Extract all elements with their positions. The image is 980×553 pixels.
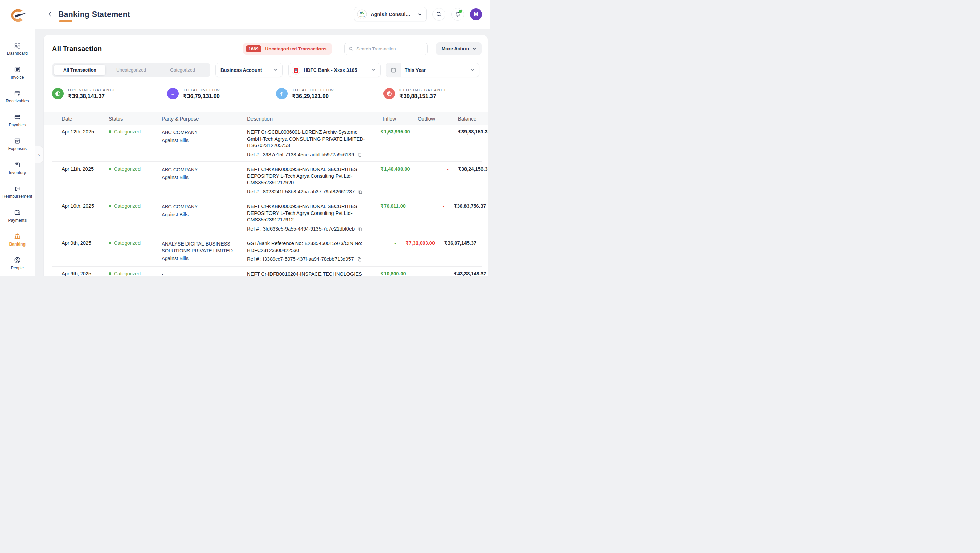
summary-total-outflow: TOTAL OUTFLOW ₹36,29,121.00: [276, 85, 383, 102]
description-text: NEFT Cr-KKBK0000958-NATIONAL SECURITIES …: [247, 203, 371, 223]
cell-outflow: -: [406, 203, 444, 209]
copy-icon[interactable]: [358, 189, 363, 194]
sidebar-item-payables[interactable]: Payables: [0, 108, 35, 132]
cell-date: Apr 9th, 2025: [62, 271, 108, 276]
tab-all-transaction[interactable]: All Transaction: [54, 65, 105, 75]
global-search-button[interactable]: [433, 8, 445, 21]
bank-account-value: HDFC Bank - Xxxx 3165: [304, 67, 357, 73]
cell-inflow: ₹10,800.00: [380, 271, 406, 276]
sidebar-expander[interactable]: ›: [35, 146, 43, 163]
cell-outflow: -: [410, 129, 449, 134]
sidebar-item-receivables[interactable]: Receivables: [0, 84, 35, 108]
table-header: Date Status Party & Purpose Description …: [43, 112, 488, 125]
sidebar-item-dashboard[interactable]: Dashboard: [0, 37, 35, 61]
summary-label: TOTAL INFLOW: [183, 88, 221, 92]
cell-date: Apr 11th, 2025: [62, 166, 108, 172]
cell-status: Categorized: [108, 203, 162, 209]
copy-icon[interactable]: [357, 152, 362, 157]
status-label: Categorized: [114, 129, 140, 134]
sidebar-item-payments[interactable]: Payments: [0, 204, 35, 228]
cell-balance: ₹38,24,156.37: [449, 166, 488, 172]
dashboard-icon: [14, 42, 21, 49]
tab-uncategorized[interactable]: Uncategorized: [105, 65, 157, 75]
sidebar-item-expenses[interactable]: Expenses: [0, 132, 35, 156]
copy-icon[interactable]: [357, 257, 362, 262]
status-label: Categorized: [114, 271, 140, 276]
table-row[interactable]: Apr 12th, 2025 Categorized ABC COMPANYAg…: [52, 125, 482, 162]
sidebar-item-label: People: [11, 266, 24, 270]
bank-account-dropdown[interactable]: HDFC Bank - Xxxx 3165: [288, 63, 381, 77]
table-row[interactable]: Apr 9th, 2025 Categorized -Against Bills…: [52, 267, 482, 277]
cell-balance: ₹43,38,148.37: [445, 271, 486, 276]
sidebar-item-invoice[interactable]: Invoice: [0, 61, 35, 84]
summary-closing-balance: CLOSING BALANCE ₹39,88,151.37: [383, 85, 448, 102]
cell-inflow: ₹1,40,400.00: [380, 166, 410, 172]
summary-label: OPENING BALANCE: [68, 88, 117, 92]
party-name: ABC COMPANY: [162, 129, 240, 136]
notification-dot: [459, 10, 462, 13]
sidebar-item-banking[interactable]: Banking: [0, 228, 35, 251]
chevron-down-icon: [274, 68, 278, 72]
expenses-icon: [14, 137, 21, 145]
ref-number: Ref # : f3389cc7-5975-437f-aa94-78cbb713…: [247, 256, 354, 263]
notifications-button[interactable]: [451, 8, 464, 21]
col-inflow: Inflow: [380, 116, 396, 121]
cell-inflow: ₹76,611.00: [380, 203, 406, 209]
summary-value: ₹36,29,121.00: [292, 93, 334, 99]
summary-label: TOTAL OUTFLOW: [292, 88, 334, 92]
tab-categorized[interactable]: Categorized: [157, 65, 208, 75]
app-logo[interactable]: [3, 0, 31, 31]
col-date: Date: [62, 116, 108, 121]
sidebar: Dashboard Invoice Receivables Payables E…: [0, 0, 35, 276]
summary-label: CLOSING BALANCE: [399, 88, 448, 92]
cell-outflow: ₹7,31,003.00: [396, 241, 435, 246]
summary-row: OPENING BALANCE ₹39,38,141.37 TOTAL INFL…: [52, 85, 482, 102]
sidebar-item-people[interactable]: People: [0, 251, 35, 275]
summary-value: ₹36,79,131.00: [183, 93, 221, 99]
avatar[interactable]: M: [470, 8, 482, 21]
company-name: Agnish Consul…: [371, 11, 410, 17]
cell-description: NEFT Cr-SCBL0036001-LORENZ Archiv-System…: [247, 129, 380, 158]
transaction-search: [344, 43, 428, 55]
back-button[interactable]: [46, 11, 54, 18]
arrow-down-icon: [167, 88, 179, 99]
sidebar-item-reimbursement[interactable]: Reimbursement: [0, 180, 35, 204]
table-row[interactable]: Apr 11th, 2025 Categorized ABC COMPANYAg…: [52, 162, 482, 199]
table-row[interactable]: Apr 9th, 2025 Categorized ANALYSE DIGITA…: [52, 236, 482, 267]
payables-icon: [14, 113, 21, 121]
table-row[interactable]: Apr 10th, 2025 Categorized ABC COMPANYAg…: [52, 199, 482, 236]
cell-inflow: ₹1,63,995.00: [380, 129, 410, 134]
party-purpose: Against Bills: [162, 137, 240, 144]
uncategorized-transactions-link[interactable]: Uncategorized Transactions: [266, 46, 327, 51]
uncategorized-count-badge: 1669: [246, 45, 261, 53]
transaction-tabs: All Transaction Uncategorized Categorize…: [52, 63, 210, 77]
col-party-purpose: Party & Purpose: [162, 116, 247, 121]
sidebar-item-label: Receivables: [6, 99, 29, 104]
cell-description: GST/Bank Reference No: E2335450015973/CI…: [247, 241, 380, 263]
summary-opening-balance: OPENING BALANCE ₹39,38,141.37: [52, 85, 167, 102]
bank-icon: [14, 233, 21, 240]
more-action-button[interactable]: More Action: [436, 42, 482, 55]
account-type-dropdown[interactable]: Business Account: [215, 63, 283, 77]
search-input[interactable]: [356, 46, 423, 51]
sidebar-item-inventory[interactable]: Inventory: [0, 156, 35, 180]
reimbursement-icon: [14, 185, 21, 193]
sidebar-item-label: Payables: [9, 123, 26, 127]
sidebar-item-partial[interactable]: [0, 275, 35, 276]
period-dropdown[interactable]: This Year: [386, 63, 479, 77]
more-action-label: More Action: [442, 46, 469, 51]
col-balance: Balance: [435, 116, 476, 121]
description-text: NEFT Cr-KKBK0000958-NATIONAL SECURITIES …: [247, 166, 371, 186]
hdfc-logo: [292, 66, 301, 75]
company-selector[interactable]: agrya Agnish Consul…: [354, 7, 427, 21]
chevron-down-icon: [471, 68, 474, 72]
sidebar-item-label: Banking: [9, 242, 26, 247]
cell-balance: ₹39,88,151.37: [449, 129, 488, 134]
copy-icon[interactable]: [358, 226, 363, 231]
status-dot: [108, 131, 111, 133]
ref-number: Ref # : 3fd633e5-9a55-4494-9135-7e7e22db…: [247, 226, 355, 233]
cell-date: Apr 9th, 2025: [62, 241, 108, 246]
sidebar-item-label: Reimbursement: [2, 194, 32, 199]
invoice-icon: [14, 66, 21, 73]
company-swoosh-icon: [8, 8, 27, 24]
